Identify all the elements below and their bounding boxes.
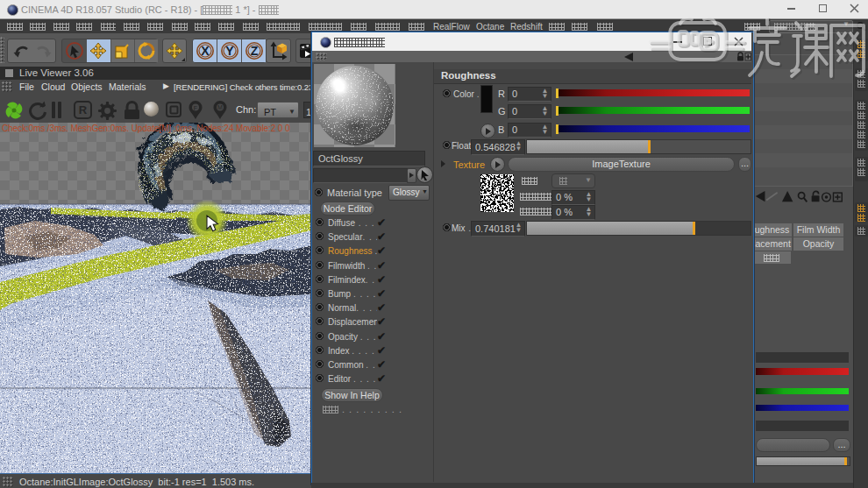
svg-text:Z: Z (251, 44, 259, 58)
svg-text:Y: Y (225, 44, 234, 58)
svg-text:M: M (217, 104, 223, 110)
svg-text:F: F (194, 105, 197, 111)
svg-text:X: X (201, 44, 210, 58)
